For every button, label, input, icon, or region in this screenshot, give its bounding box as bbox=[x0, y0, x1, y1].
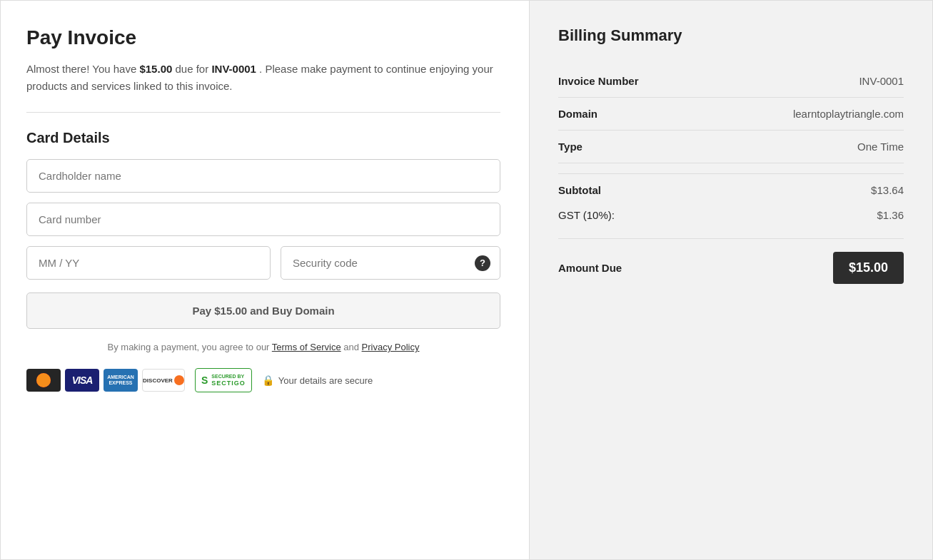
type-label: Type bbox=[558, 141, 583, 153]
subtotal-value: $13.64 bbox=[871, 184, 904, 196]
desc-amount: $15.00 bbox=[139, 63, 172, 75]
desc-invoice: INV-0001 bbox=[211, 63, 256, 75]
cardholder-group bbox=[26, 159, 500, 193]
page-container: Pay Invoice Almost there! You have $15.0… bbox=[0, 0, 933, 560]
privacy-policy-link[interactable]: Privacy Policy bbox=[362, 342, 420, 352]
divider bbox=[26, 112, 500, 113]
card-number-input[interactable] bbox=[26, 203, 500, 236]
domain-label: Domain bbox=[558, 108, 597, 120]
type-value: One Time bbox=[857, 141, 904, 153]
amount-due-row: Amount Due $15.00 bbox=[558, 238, 904, 294]
secure-label: 🔒 Your details are secure bbox=[262, 375, 373, 386]
security-input[interactable] bbox=[281, 246, 500, 280]
gst-label: GST (10%): bbox=[558, 209, 615, 221]
mastercard-circles bbox=[31, 369, 56, 392]
desc-prefix: Almost there! You have bbox=[26, 63, 139, 75]
domain-value: learntoplaytriangle.com bbox=[793, 108, 904, 120]
expiry-security-row: ? bbox=[26, 246, 500, 280]
page-title: Pay Invoice bbox=[26, 26, 500, 49]
billing-gap bbox=[558, 163, 904, 173]
invoice-number-label: Invoice Number bbox=[558, 75, 639, 87]
left-panel: Pay Invoice Almost there! You have $15.0… bbox=[1, 1, 529, 559]
subtotal-row: Subtotal $13.64 bbox=[558, 173, 904, 206]
sectigo-text: SECURED BY SECTIGO bbox=[211, 374, 246, 387]
mastercard-orange-circle bbox=[36, 373, 51, 387]
card-details-title: Card Details bbox=[26, 130, 500, 146]
amount-due-label: Amount Due bbox=[558, 262, 622, 274]
amex-logo: AMERICAN EXPRESS bbox=[104, 369, 138, 392]
mastercard-logo bbox=[26, 369, 61, 392]
security-help-icon[interactable]: ? bbox=[475, 255, 490, 271]
invoice-description: Almost there! You have $15.00 due for IN… bbox=[26, 61, 500, 95]
billing-title: Billing Summary bbox=[558, 26, 904, 45]
lock-icon: 🔒 bbox=[262, 375, 274, 386]
right-panel: Billing Summary Invoice Number INV-0001 … bbox=[529, 1, 932, 559]
terms-of-service-link[interactable]: Terms of Service bbox=[272, 342, 341, 352]
discover-circle bbox=[174, 375, 184, 385]
visa-logo: VISA bbox=[65, 369, 99, 392]
discover-logo: DISCOVER bbox=[142, 369, 185, 392]
card-number-group bbox=[26, 203, 500, 236]
secure-text: Your details are secure bbox=[278, 375, 373, 386]
security-wrapper: ? bbox=[281, 246, 500, 280]
invoice-number-row: Invoice Number INV-0001 bbox=[558, 65, 904, 98]
cardholder-input[interactable] bbox=[26, 159, 500, 193]
expiry-input[interactable] bbox=[26, 246, 271, 280]
gst-value: $1.36 bbox=[877, 209, 904, 221]
desc-mid: due for bbox=[172, 63, 211, 75]
card-logos: VISA AMERICAN EXPRESS DISCOVER bbox=[26, 369, 185, 392]
type-row: Type One Time bbox=[558, 131, 904, 163]
footer-row: VISA AMERICAN EXPRESS DISCOVER S SECURED… bbox=[26, 368, 500, 392]
terms-text: By making a payment, you agree to our Te… bbox=[26, 342, 500, 352]
terms-prefix: By making a payment, you agree to our bbox=[108, 342, 272, 352]
sectigo-badge: S SECURED BY SECTIGO bbox=[195, 368, 252, 392]
sectigo-s-icon: S bbox=[201, 375, 208, 386]
subtotal-label: Subtotal bbox=[558, 184, 601, 196]
amount-due-value: $15.00 bbox=[833, 252, 904, 284]
gst-row: GST (10%): $1.36 bbox=[558, 206, 904, 231]
terms-and: and bbox=[341, 342, 362, 352]
invoice-number-value: INV-0001 bbox=[859, 75, 904, 87]
domain-row: Domain learntoplaytriangle.com bbox=[558, 98, 904, 131]
pay-button[interactable]: Pay $15.00 and Buy Domain bbox=[26, 292, 500, 329]
